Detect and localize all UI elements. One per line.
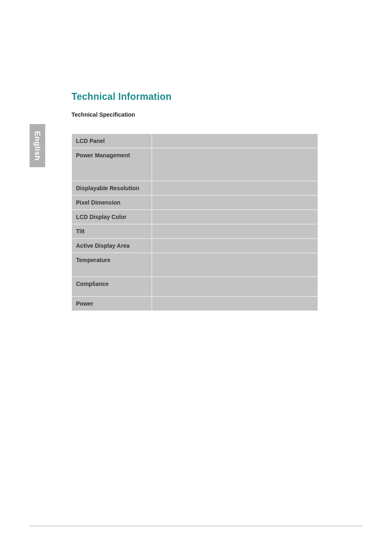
spec-value [152,297,318,311]
page-title: Technical Information [71,91,318,102]
table-row: Power [72,297,318,311]
spec-value [152,196,318,210]
spec-label: LCD Panel [72,134,152,148]
spec-value [152,210,318,224]
spec-table: LCD Panel Power Management Displayable R… [71,134,318,311]
spec-value [152,134,318,148]
page-subtitle: Technical Specification [71,111,318,118]
table-row: Power Management [72,148,318,181]
spec-label: Pixel Dimension [72,196,152,210]
table-row: Tilt [72,224,318,239]
language-tab-text: English [33,131,42,160]
spec-value [152,239,318,253]
table-row: Pixel Dimension [72,196,318,210]
spec-label: Temperature [72,253,152,277]
spec-label: Active Display Area [72,239,152,253]
footer-divider [30,526,362,526]
spec-label: Tilt [72,224,152,239]
spec-value [152,224,318,239]
language-tab: English [30,124,45,167]
spec-value [152,181,318,196]
table-row: LCD Display Color [72,210,318,224]
table-row: Compliance [72,277,318,297]
table-row: Active Display Area [72,239,318,253]
spec-label: Power [72,297,152,311]
spec-value [152,253,318,277]
spec-label: Displayable Resolution [72,181,152,196]
spec-label: Compliance [72,277,152,297]
table-row: Temperature [72,253,318,277]
table-row: Displayable Resolution [72,181,318,196]
spec-value [152,148,318,181]
table-row: LCD Panel [72,134,318,148]
spec-label: Power Management [72,148,152,181]
spec-label: LCD Display Color [72,210,152,224]
main-content: Technical Information Technical Specific… [71,91,318,311]
spec-value [152,277,318,297]
